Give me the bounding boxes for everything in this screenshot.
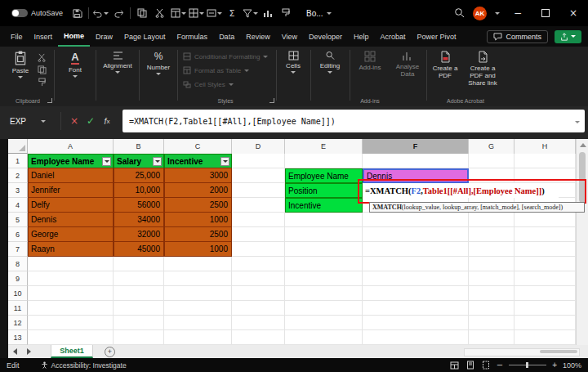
- row-header[interactable]: 2: [8, 168, 28, 183]
- row-header[interactable]: 9: [8, 271, 28, 286]
- sheet-nav-left-button[interactable]: [13, 348, 17, 355]
- close-button[interactable]: ×: [564, 4, 583, 22]
- tab-acrobat[interactable]: Acrobat: [375, 26, 412, 47]
- save-icon[interactable]: [68, 6, 86, 20]
- filter-dropdown-button[interactable]: [153, 157, 162, 166]
- workbook-title[interactable]: Bo...: [306, 9, 332, 18]
- tab-data[interactable]: Data: [213, 26, 240, 47]
- tab-insert[interactable]: Insert: [29, 26, 59, 47]
- merge-center-icon[interactable]: [205, 6, 223, 20]
- grid-cell[interactable]: [469, 154, 514, 168]
- grid-cell[interactable]: [285, 227, 363, 242]
- formula-input[interactable]: =XMATCH(F2,Table1[[#All],[Employee Name]…: [122, 110, 585, 132]
- table-header-cell[interactable]: Incentive: [164, 154, 232, 168]
- row-header[interactable]: 13: [8, 330, 28, 345]
- table-icon[interactable]: [169, 6, 187, 20]
- grid-cell[interactable]: [232, 168, 285, 183]
- column-header[interactable]: G: [469, 139, 514, 154]
- grid-cell[interactable]: [363, 330, 469, 345]
- table-header-cell[interactable]: Employee Name: [28, 154, 114, 168]
- filter-dropdown-button[interactable]: [102, 157, 111, 166]
- grid-cell[interactable]: [232, 271, 285, 286]
- editing-group-button[interactable]: Editing: [313, 51, 347, 74]
- table-cell[interactable]: Dennis: [28, 213, 114, 227]
- table-cell[interactable]: 3000: [164, 168, 232, 183]
- grid-cell[interactable]: [363, 316, 469, 330]
- grid-cell[interactable]: [363, 271, 469, 286]
- table-cell[interactable]: 32000: [114, 227, 164, 242]
- grid-cell[interactable]: [232, 301, 285, 316]
- tab-review[interactable]: Review: [240, 26, 276, 47]
- grid-cell[interactable]: [514, 271, 576, 286]
- vertical-scrollbar[interactable]: [576, 139, 588, 345]
- tab-developer[interactable]: Developer: [303, 26, 348, 47]
- grid-cell[interactable]: [164, 257, 232, 271]
- grid-cell[interactable]: [164, 301, 232, 316]
- insert-function-button[interactable]: fx: [100, 110, 114, 132]
- table-header-cell[interactable]: Salary: [114, 154, 164, 168]
- grid-cell[interactable]: [363, 227, 469, 242]
- column-header[interactable]: B: [114, 139, 164, 154]
- cut-icon[interactable]: [151, 6, 169, 20]
- tab-power-pivot[interactable]: Power Pivot: [412, 26, 462, 47]
- cut-icon[interactable]: [38, 53, 47, 62]
- grid-cell[interactable]: [514, 301, 576, 316]
- autosum-icon[interactable]: Σ: [223, 6, 241, 20]
- grid-cell[interactable]: [363, 301, 469, 316]
- create-pdf-share-button[interactable]: Create a PDF and Share link: [464, 51, 501, 87]
- page-break-view-icon[interactable]: [481, 361, 491, 370]
- grid-cell[interactable]: [514, 154, 576, 168]
- page-layout-view-icon[interactable]: [466, 361, 475, 370]
- grid-cell[interactable]: [114, 271, 164, 286]
- grid-cell[interactable]: [232, 154, 285, 168]
- styles-dialog-launcher[interactable]: [270, 98, 274, 103]
- grid-cell[interactable]: [114, 257, 164, 271]
- tab-help[interactable]: Help: [348, 26, 375, 47]
- column-header[interactable]: E: [285, 139, 363, 154]
- table-cell[interactable]: 2500: [164, 198, 232, 213]
- table-cell[interactable]: Daniel: [28, 168, 114, 183]
- column-header[interactable]: H: [514, 139, 576, 154]
- grid-cell[interactable]: [114, 286, 164, 301]
- grid-cell[interactable]: [114, 316, 164, 330]
- paste-button[interactable]: Paste: [7, 51, 34, 78]
- minimize-button[interactable]: −: [508, 4, 528, 22]
- column-header[interactable]: A: [28, 139, 114, 154]
- scroll-up-icon[interactable]: [580, 143, 586, 147]
- sort-filter-icon[interactable]: [241, 6, 259, 20]
- conditional-formatting-button[interactable]: Conditional Formatting: [183, 51, 268, 62]
- grid-cell[interactable]: [514, 257, 576, 271]
- grid-cell[interactable]: [514, 316, 576, 330]
- grid-cell[interactable]: [363, 154, 469, 168]
- row-header[interactable]: 7: [8, 242, 28, 257]
- horizontal-scrollbar[interactable]: [464, 348, 580, 356]
- number-group-button[interactable]: % Number: [141, 51, 176, 75]
- grid-cell[interactable]: [514, 330, 576, 345]
- grid-cell[interactable]: [114, 301, 164, 316]
- grid-cell[interactable]: [285, 213, 363, 227]
- format-painter-icon[interactable]: [277, 6, 295, 20]
- font-group-button[interactable]: A Font: [57, 51, 93, 78]
- cells-group-button[interactable]: Cells: [278, 51, 308, 74]
- enter-button[interactable]: ✓: [83, 110, 98, 132]
- grid-cell[interactable]: [469, 271, 514, 286]
- zoom-level[interactable]: 100%: [563, 361, 581, 370]
- tab-home[interactable]: Home: [58, 26, 90, 47]
- grid-cell[interactable]: [285, 316, 363, 330]
- tab-draw[interactable]: Draw: [90, 26, 118, 47]
- grid-cell[interactable]: [28, 257, 114, 271]
- undo-icon[interactable]: [91, 6, 109, 20]
- row-header[interactable]: 12: [8, 316, 28, 330]
- grid-cell[interactable]: [232, 183, 285, 198]
- grid-cell[interactable]: [363, 242, 469, 257]
- grid-cell[interactable]: [28, 316, 114, 330]
- table-cell[interactable]: George: [28, 227, 114, 242]
- table-cell[interactable]: Delfy: [28, 198, 114, 213]
- add-ins-button[interactable]: Add-ins: [353, 51, 387, 71]
- grid-cell[interactable]: [232, 227, 285, 242]
- grid-cell[interactable]: [232, 257, 285, 271]
- grid-cell[interactable]: [363, 286, 469, 301]
- chevron-down-icon[interactable]: [495, 12, 500, 15]
- grid-cell[interactable]: [285, 271, 363, 286]
- autosave-toggle[interactable]: AutoSave: [11, 9, 63, 17]
